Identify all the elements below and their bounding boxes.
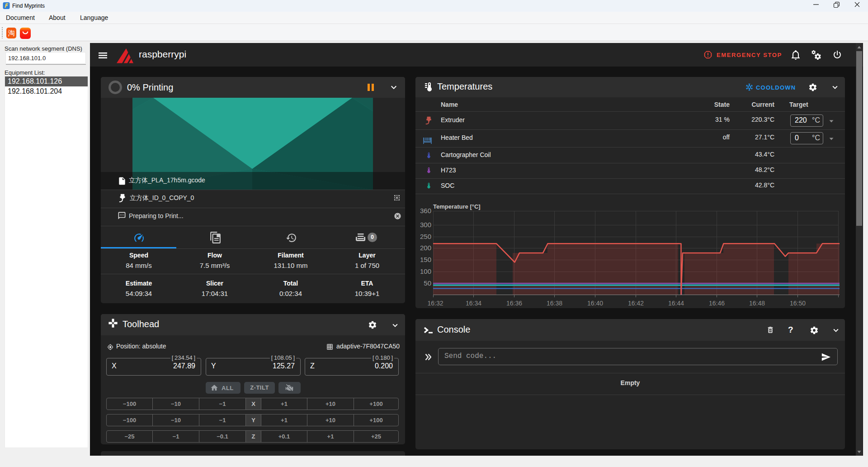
svg-text:16:34: 16:34 [466, 300, 481, 307]
svg-text:360: 360 [420, 207, 431, 214]
svg-text:16:42: 16:42 [628, 300, 644, 307]
svg-text:250: 250 [420, 233, 431, 240]
svg-text:300: 300 [420, 221, 431, 229]
svg-text:16:38: 16:38 [547, 300, 562, 307]
svg-text:150: 150 [420, 256, 431, 263]
svg-text:200: 200 [420, 244, 431, 252]
svg-text:16:48: 16:48 [749, 300, 765, 307]
svg-text:16:40: 16:40 [587, 300, 603, 307]
svg-text:16:32: 16:32 [427, 300, 443, 307]
svg-text:Temperature [°C]: Temperature [°C] [433, 203, 481, 210]
svg-text:16:44: 16:44 [668, 300, 684, 307]
svg-text:16:46: 16:46 [709, 300, 725, 307]
svg-text:50: 50 [424, 279, 431, 287]
svg-text:100: 100 [420, 267, 431, 275]
svg-text:16:36: 16:36 [506, 300, 522, 307]
svg-text:16:50: 16:50 [790, 300, 806, 307]
